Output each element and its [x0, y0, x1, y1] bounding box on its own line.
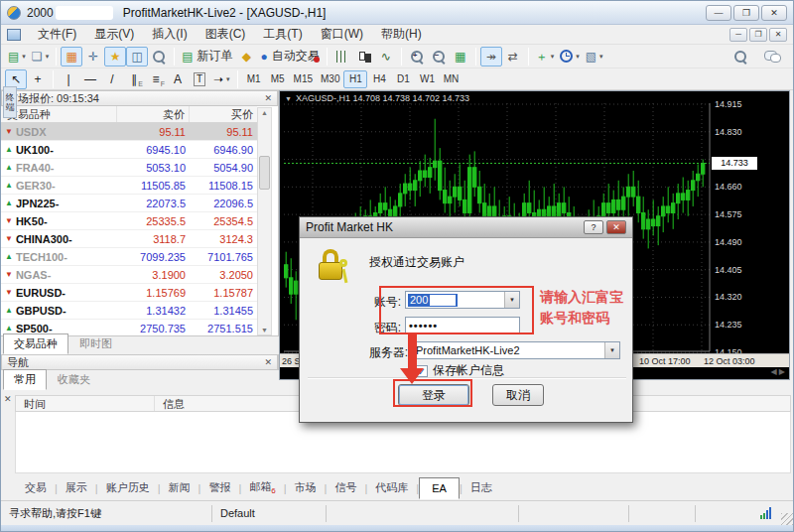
status-profile[interactable]: Default: [212, 505, 327, 522]
periods-dropdown-icon[interactable]: ▾: [576, 53, 580, 61]
profiles-button[interactable]: ❏▾: [29, 47, 52, 66]
child-close-button[interactable]: ✕: [769, 28, 787, 42]
terminal-tab-mailbox[interactable]: 邮箱6: [241, 475, 283, 499]
terminal-tab-exposure[interactable]: 展示: [58, 476, 95, 499]
market-row-tech100[interactable]: ▲TECH100-7099.2357101.765: [1, 248, 257, 266]
server-select[interactable]: ProfitMarketHK-Live2 ▼: [412, 341, 620, 359]
timeframe-m15-button[interactable]: M15: [290, 70, 317, 88]
vertical-line-button[interactable]: |: [58, 69, 79, 89]
terminal-tab-signals[interactable]: 信号: [327, 476, 364, 499]
line-chart-mode-button[interactable]: ∿: [375, 47, 397, 66]
menu-item-insert[interactable]: 插入(I): [143, 24, 196, 45]
menu-item-charts[interactable]: 图表(C): [197, 24, 255, 45]
dialog-title-bar[interactable]: Profit Market HK ? ✕: [300, 217, 632, 238]
text-label-button[interactable]: T: [189, 69, 210, 89]
arrows-shapes-button[interactable]: ➝▾: [210, 69, 233, 89]
menu-item-file[interactable]: 文件(F): [29, 24, 85, 45]
market-row-jpn225[interactable]: ▲JPN225-22073.522096.5: [1, 195, 257, 212]
timeframe-d1-button[interactable]: D1: [391, 70, 415, 88]
strategy-tester-button[interactable]: [148, 47, 170, 66]
scroll-down-icon[interactable]: ▼: [258, 327, 271, 333]
zoom-in-button[interactable]: +: [406, 47, 428, 66]
bar-chart-mode-button[interactable]: [331, 47, 353, 66]
chart-shift-button[interactable]: ⇄: [502, 47, 524, 66]
window-maximize-button[interactable]: ❐: [733, 5, 759, 21]
navigator-close-icon[interactable]: ✕: [264, 357, 272, 367]
new-chart-dropdown-icon[interactable]: ▾: [22, 53, 26, 61]
menu-item-window[interactable]: 窗口(W): [312, 24, 372, 45]
timeframe-w1-button[interactable]: W1: [415, 70, 439, 88]
arrows-shapes-dropdown-icon[interactable]: ▾: [226, 75, 230, 83]
auto-scroll-button[interactable]: ↠: [480, 47, 502, 66]
market-watch-close-icon[interactable]: ✕: [264, 93, 272, 103]
search-button[interactable]: [729, 47, 751, 66]
menu-item-help[interactable]: 帮助(H): [372, 24, 431, 45]
market-row-gbpusd[interactable]: ▲GBPUSD-1.314321.31455: [1, 302, 257, 320]
indicators-button[interactable]: ＋▾: [533, 47, 558, 66]
terminal-tab-news[interactable]: 新闻: [161, 476, 198, 499]
resize-grip[interactable]: [781, 513, 793, 525]
cancel-button[interactable]: 取消: [492, 384, 544, 406]
terminal-vertical-tab[interactable]: 终端: [3, 86, 17, 118]
timeframe-m1-button[interactable]: M1: [242, 70, 266, 88]
scroll-up-icon[interactable]: ▲: [258, 109, 271, 116]
timeframe-h1-button[interactable]: H1: [343, 70, 367, 88]
one-click-collapse-icon[interactable]: ▼: [285, 95, 292, 102]
terminal-tab-codebase[interactable]: 代码库: [367, 476, 416, 499]
market-watch-tab-tick-chart[interactable]: 即时图: [68, 333, 123, 354]
terminal-tab-alerts[interactable]: 警报: [200, 476, 238, 499]
profiles-dropdown-icon[interactable]: ▾: [46, 53, 50, 61]
chat-button[interactable]: [761, 47, 783, 66]
market-row-hk50[interactable]: ▼HK50-25335.525354.5: [1, 212, 257, 230]
market-row-ger30[interactable]: ▲GER30-11505.8511508.15: [1, 177, 257, 195]
terminal-tab-journal[interactable]: 日志: [463, 476, 500, 499]
chart-horizontal-scrollbar[interactable]: ◀ ▶: [770, 367, 785, 376]
child-restore-button[interactable]: ❐: [749, 28, 767, 42]
menu-item-view[interactable]: 显示(V): [85, 24, 143, 45]
dialog-help-button[interactable]: ?: [584, 220, 603, 234]
scroll-right-icon[interactable]: ▶: [779, 367, 785, 376]
chart-window-icon[interactable]: [7, 29, 21, 41]
autotrading-button[interactable]: ●自动交易: [257, 47, 322, 66]
scrollbar-thumb[interactable]: [259, 156, 270, 190]
market-watch-tab-symbols[interactable]: 交易品种: [3, 333, 68, 354]
metaeditor-button[interactable]: ◆: [235, 47, 257, 66]
market-watch-scrollbar[interactable]: ▲ ▼: [257, 107, 272, 335]
server-dropdown-icon[interactable]: ▼: [604, 342, 619, 358]
terminal-tab-market[interactable]: 市场: [287, 476, 325, 499]
market-row-fra40[interactable]: ▲FRA40-5053.105054.90: [1, 159, 257, 177]
new-order-button[interactable]: ▤新订单: [179, 47, 235, 66]
terminal-toggle-button[interactable]: ◫: [126, 47, 148, 66]
indicators-dropdown-icon[interactable]: ▾: [551, 53, 555, 61]
trendline-button[interactable]: /: [101, 69, 123, 89]
text-button[interactable]: A: [167, 69, 189, 89]
navigator-toggle-button[interactable]: ★: [104, 47, 126, 66]
terminal-tab-ea[interactable]: EA: [419, 477, 460, 499]
timeframe-m30-button[interactable]: M30: [317, 70, 343, 88]
crosshair-button[interactable]: +: [27, 69, 49, 89]
templates-dropdown-icon[interactable]: ▾: [599, 53, 603, 61]
tile-windows-button[interactable]: ▦: [450, 47, 471, 66]
timeframe-h4-button[interactable]: H4: [367, 70, 391, 88]
fibonacci-button[interactable]: ≡F: [145, 69, 167, 89]
new-chart-button[interactable]: ▤▾: [5, 47, 29, 66]
market-row-ngas[interactable]: ▼NGAS-3.19003.2050: [1, 266, 257, 284]
menu-item-tools[interactable]: 工具(T): [254, 24, 311, 45]
market-watch-toggle-button[interactable]: ▦: [61, 47, 82, 66]
terminal-close-icon[interactable]: ✕: [4, 394, 12, 404]
dialog-close-button[interactable]: ✕: [606, 220, 626, 234]
window-minimize-button[interactable]: —: [706, 5, 731, 21]
scroll-left-icon[interactable]: ◀: [770, 367, 776, 376]
terminal-tab-account-history[interactable]: 账户历史: [98, 476, 158, 499]
templates-button[interactable]: ▧▾: [583, 47, 606, 66]
window-close-button[interactable]: ✕: [761, 5, 787, 21]
timeframe-mn-button[interactable]: MN: [439, 70, 463, 88]
market-row-china300[interactable]: ▼CHINA300-3118.73124.3: [1, 230, 257, 248]
navigator-tab-favorites[interactable]: 收藏夹: [47, 369, 101, 390]
periods-button[interactable]: ▾: [557, 47, 583, 66]
equidistant-channel-button[interactable]: ∥E: [123, 69, 145, 89]
horizontal-line-button[interactable]: —: [79, 69, 101, 89]
market-row-uk100[interactable]: ▲UK100-6945.106946.90: [1, 141, 257, 159]
market-row-eurusd[interactable]: ▼EURUSD-1.157691.15787: [1, 284, 257, 302]
child-minimize-button[interactable]: ─: [729, 28, 747, 42]
